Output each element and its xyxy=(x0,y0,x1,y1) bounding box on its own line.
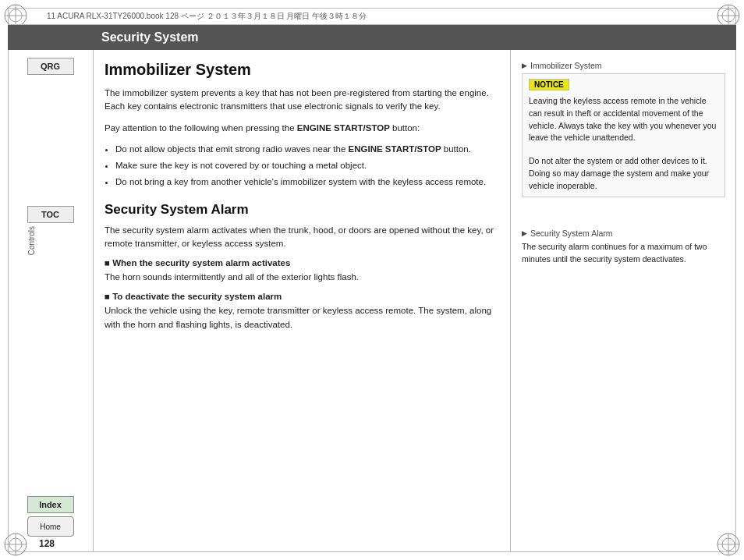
toc-button[interactable]: TOC xyxy=(27,206,74,223)
header-text: 11 ACURA RLX-31TY26000.book 128 ページ ２０１３… xyxy=(47,11,367,22)
page-title: Security System xyxy=(101,30,199,44)
deactivate-heading: To deactivate the security system alarm xyxy=(105,292,494,301)
immobilizer-title: Immobilizer System xyxy=(105,61,494,79)
immobilizer-bullets: Do not allow objects that emit strong ra… xyxy=(115,143,494,190)
deactivate-text: Unlock the vehicle using the key, remote… xyxy=(105,304,494,331)
immobilizer-para2: Pay attention to the following when pres… xyxy=(105,122,494,135)
notice-label: NOTICE xyxy=(529,79,569,90)
qrg-button[interactable]: QRG xyxy=(27,58,74,75)
alarm-para1: The security system alarm activates when… xyxy=(105,224,494,251)
alarm-section: Security System Alarm The security syste… xyxy=(105,202,494,331)
page-number: 128 xyxy=(39,538,55,549)
alarm-title: Security System Alarm xyxy=(105,202,494,218)
title-bar: Security System xyxy=(8,25,736,50)
bullet-3: Do not bring a key from another vehicle'… xyxy=(115,175,494,189)
controls-label: Controls xyxy=(27,226,36,255)
notice-text1: Leaving the keyless access remote in the… xyxy=(529,95,718,144)
sidebar: QRG TOC Controls Index Home xyxy=(8,50,94,552)
bullet-2: Make sure the key is not covered by or t… xyxy=(115,159,494,172)
immobilizer-section: Immobilizer System The immobilizer syste… xyxy=(105,61,494,190)
when-text: The horn sounds intermittently and all o… xyxy=(105,271,494,284)
right-alarm-label: Security System Alarm xyxy=(522,229,725,238)
when-heading: When the security system alarm activates xyxy=(105,258,494,268)
bullet-1: Do not allow objects that emit strong ra… xyxy=(115,143,494,156)
page-header: 11 ACURA RLX-31TY26000.book 128 ページ ２０１３… xyxy=(8,8,736,25)
home-button[interactable]: Home xyxy=(27,516,74,537)
notice-text2: Do not alter the system or add other dev… xyxy=(529,155,718,192)
right-alarm-text: The security alarm continues for a maxim… xyxy=(522,241,725,266)
notice-box: NOTICE Leaving the keyless access remote… xyxy=(522,73,725,197)
immobilizer-para1: The immobilizer system prevents a key th… xyxy=(105,87,494,114)
right-immobilizer-label: Immobilizer System xyxy=(522,61,725,70)
right-panel: Immobilizer System NOTICE Leaving the ke… xyxy=(510,50,736,552)
main-content: Immobilizer System The immobilizer syste… xyxy=(94,50,510,552)
index-button[interactable]: Index xyxy=(27,496,74,513)
